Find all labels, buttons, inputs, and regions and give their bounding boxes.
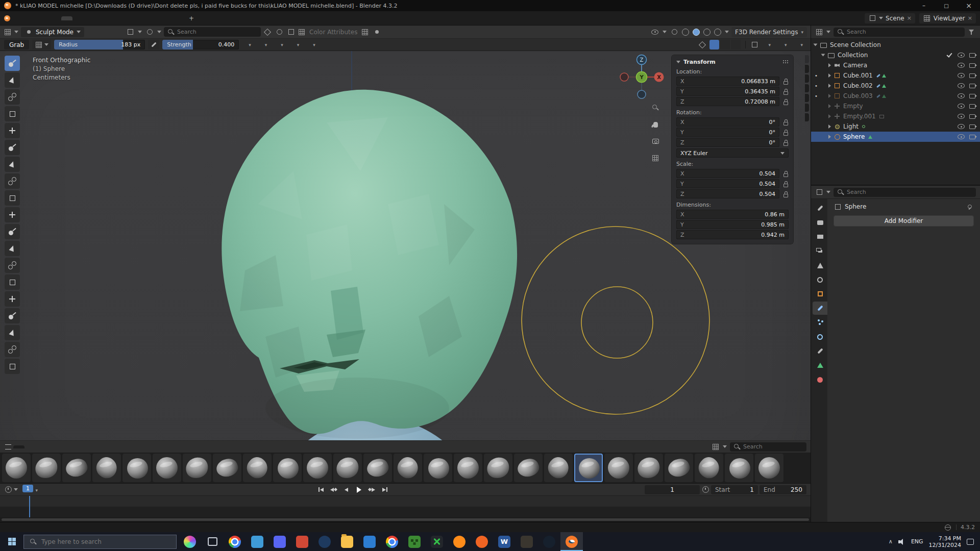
sculpt-tool-button[interactable]	[5, 241, 20, 256]
sculpt-tool-button[interactable]	[5, 72, 20, 88]
prev-keyframe-button[interactable]	[328, 485, 339, 494]
browser-icon[interactable]	[381, 532, 403, 551]
editor-type-icon[interactable]	[4, 486, 12, 494]
viewport-menu-item[interactable]	[105, 30, 114, 34]
sculpt-tool-button[interactable]	[5, 359, 20, 374]
gizmo-neg-z-axis[interactable]	[638, 90, 646, 98]
strength-slider[interactable]: Strength 0.400	[162, 40, 239, 49]
editor-type-icon[interactable]	[4, 28, 12, 36]
tool-options-dropdown[interactable]	[778, 41, 791, 49]
dimension-field[interactable]: Z0.942 m	[676, 230, 789, 239]
symmetry-axis-toggle[interactable]	[709, 40, 719, 49]
tool-options-dropdown[interactable]	[762, 41, 774, 49]
ortho-toggle-button[interactable]	[650, 153, 661, 164]
outliner-object-row[interactable]: Empty	[811, 101, 980, 111]
tool-panel-dropdown[interactable]	[290, 41, 303, 49]
auto-keying-icon[interactable]	[701, 486, 709, 494]
location-field[interactable]: Z0.72008 m	[676, 97, 779, 106]
app-orange-icon[interactable]	[471, 532, 493, 551]
output-icon[interactable]	[813, 230, 827, 243]
object-data-icon[interactable]	[813, 359, 827, 372]
view-layer-icon[interactable]	[813, 244, 827, 258]
app-blue-icon[interactable]	[358, 532, 381, 551]
expand-caret-icon[interactable]	[814, 44, 818, 46]
brush-thumbnail[interactable]	[2, 454, 31, 482]
sidebar-tab[interactable]	[805, 55, 809, 63]
scene-selector[interactable]: Scene	[865, 13, 915, 23]
brush-thumbnail[interactable]	[634, 454, 663, 482]
timeline-menu-item[interactable]	[52, 484, 61, 495]
render-icon[interactable]	[813, 216, 827, 229]
disable-render-icon[interactable]	[969, 102, 977, 110]
object-icon[interactable]	[813, 287, 827, 300]
disable-render-icon[interactable]	[969, 122, 977, 131]
rotation-field[interactable]: X0°	[676, 117, 779, 127]
outliner-object-row[interactable]: Light	[811, 121, 980, 132]
discord-icon[interactable]	[268, 532, 291, 551]
brush-thumbnail[interactable]	[122, 454, 151, 482]
symmetry-axis-toggle[interactable]	[731, 40, 741, 49]
outliner-object-row[interactable]: • Cube.003	[811, 91, 980, 101]
filter-icon[interactable]	[968, 28, 976, 36]
scale-field[interactable]: Y0.504	[676, 179, 779, 188]
shading-rendered-icon[interactable]	[714, 29, 721, 36]
render-settings-dropdown[interactable]: F3D Render Settings	[731, 27, 807, 37]
viewport-menu-item[interactable]	[96, 30, 105, 34]
gizmo-neg-x-axis[interactable]	[620, 73, 628, 81]
disable-render-icon[interactable]	[969, 61, 977, 69]
active-tool-label[interactable]: Grab	[4, 40, 29, 49]
mode-selector[interactable]: Sculpt Mode	[21, 27, 84, 37]
properties-search-input[interactable]	[847, 189, 973, 195]
menu-item[interactable]	[19, 16, 29, 20]
disable-render-icon[interactable]	[969, 82, 977, 90]
timeline-scrollbar[interactable]	[0, 517, 811, 522]
play-button[interactable]	[354, 485, 365, 494]
sidebar-tab[interactable]	[805, 65, 809, 73]
editor-type-icon[interactable]	[815, 28, 823, 36]
shelf-tab[interactable]	[26, 445, 37, 448]
brush-thumbnail[interactable]	[213, 454, 241, 482]
expand-caret-icon[interactable]	[828, 73, 831, 78]
add-modifier-button[interactable]: Add Modifier	[834, 215, 974, 227]
rotation-mode-dropdown[interactable]: XYZ Euler	[676, 148, 789, 158]
taskview-icon[interactable]	[201, 532, 224, 551]
app-greenx-icon[interactable]	[426, 532, 448, 551]
zoom-button[interactable]	[650, 102, 661, 113]
3d-viewport[interactable]: Front Orthographic (1) Sphere Centimeter…	[0, 51, 811, 483]
scale-field[interactable]: X0.504	[676, 169, 779, 178]
taskbar-clock[interactable]: 7:34 PM 12/31/2024	[929, 535, 961, 548]
particles-icon[interactable]	[813, 316, 827, 329]
sculpt-tool-button[interactable]	[5, 291, 20, 307]
shelf-tab[interactable]	[38, 445, 49, 448]
next-keyframe-button[interactable]	[366, 485, 378, 494]
collection-row[interactable]: Collection	[811, 50, 980, 60]
orientation-icon[interactable]	[145, 28, 154, 36]
workspace-tab[interactable]	[117, 16, 129, 20]
pivot-point-icon[interactable]	[126, 28, 134, 36]
workspace-tab[interactable]	[129, 16, 140, 20]
outliner-object-row[interactable]: Camera	[811, 60, 980, 70]
end-frame-field[interactable]: End250	[760, 485, 806, 494]
dimension-field[interactable]: X0.86 m	[676, 210, 789, 219]
tool-options-dropdown[interactable]	[794, 41, 806, 49]
physics-icon[interactable]	[813, 330, 827, 343]
brush-thumbnail[interactable]	[514, 454, 543, 482]
location-field[interactable]: Y0.36435 m	[676, 87, 779, 96]
tool-icon[interactable]	[813, 202, 827, 215]
remove-view-layer-icon[interactable]	[968, 15, 972, 21]
constraints-icon[interactable]	[813, 344, 827, 358]
color-attribute-icon[interactable]	[298, 28, 306, 36]
lock-icon[interactable]	[782, 78, 789, 85]
playhead-line[interactable]	[29, 496, 30, 517]
world-icon[interactable]	[813, 273, 827, 286]
sidebar-tab[interactable]	[805, 74, 809, 83]
hide-viewport-icon[interactable]	[957, 102, 965, 110]
tool-panel-dropdown[interactable]	[242, 41, 255, 49]
brush-thumbnail[interactable]	[273, 454, 302, 482]
hide-viewport-icon[interactable]	[957, 82, 965, 90]
shelf-menu-icon[interactable]	[4, 443, 12, 451]
hide-viewport-icon[interactable]	[957, 92, 965, 100]
explorer-icon[interactable]	[336, 532, 358, 551]
maximize-button[interactable]	[935, 0, 958, 11]
scene-icon[interactable]	[813, 259, 827, 272]
